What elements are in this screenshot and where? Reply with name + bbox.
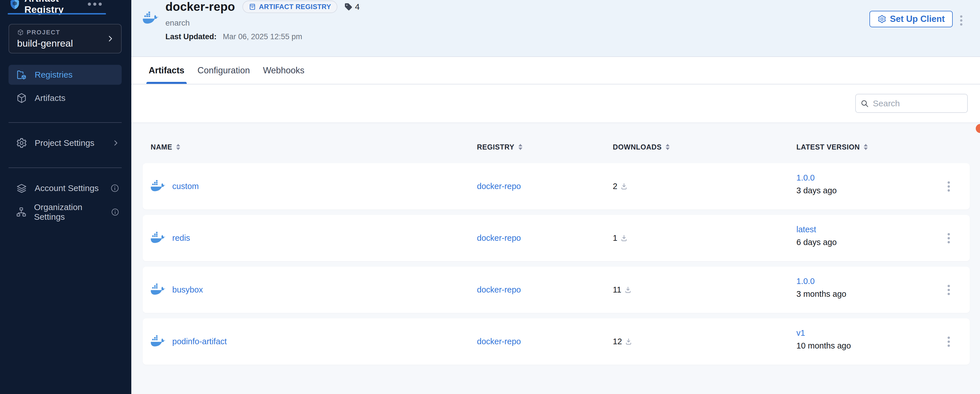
docker-whale-icon (151, 335, 166, 348)
tag-count-value: 4 (355, 2, 360, 12)
app-logo-row: Artifact Registry (0, 0, 131, 11)
version-age: 3 days ago (796, 186, 837, 195)
registry-link[interactable]: docker-repo (477, 285, 521, 295)
tab-webhooks[interactable]: Webhooks (263, 57, 304, 84)
tab-label: Webhooks (263, 65, 304, 76)
registry-link[interactable]: docker-repo (477, 337, 521, 346)
chevron-right-icon (112, 139, 119, 147)
repo-header: docker-repo ARTIFACT REGISTRY 4 enarch L… (131, 0, 980, 57)
downloads-count: 1 (613, 233, 617, 243)
logo-underline-divider (8, 13, 106, 14)
latest-version-link[interactable]: 1.0.0 (796, 277, 815, 286)
artifact-name-link[interactable]: redis (172, 233, 190, 243)
sidebar-item-label: Account Settings (35, 183, 99, 193)
column-header-registry[interactable]: REGISTRY (477, 143, 613, 151)
project-name: build-genreal (17, 38, 106, 49)
search-input[interactable] (873, 99, 963, 108)
table-row: podinfo-artifact docker-repo 12 v1 10 mo… (143, 318, 970, 365)
help-beacon-button[interactable] (976, 124, 980, 133)
sidebar-item-label: Project Settings (35, 138, 94, 148)
row-kebab-menu[interactable] (945, 179, 952, 194)
version-age: 3 months ago (796, 289, 846, 299)
app-logo-shield-icon (9, 0, 21, 11)
registry-link[interactable]: docker-repo (477, 182, 521, 191)
table-body: custom docker-repo 2 1.0.0 3 days ago (143, 163, 970, 365)
sort-arrows-icon (519, 144, 522, 150)
set-up-client-label: Set Up Client (890, 14, 945, 24)
row-kebab-menu[interactable] (945, 231, 952, 246)
artifact-name-link[interactable]: custom (172, 182, 199, 191)
tab-artifacts[interactable]: Artifacts (149, 57, 185, 84)
sidebar-nav: Registries Artifacts (8, 65, 122, 112)
column-header-latest-version[interactable]: LATEST VERSION (796, 143, 935, 151)
downloads-count: 11 (613, 285, 621, 295)
column-header-name[interactable]: NAME (151, 143, 477, 151)
download-icon (624, 286, 632, 294)
sidebar-overflow-menu-icon[interactable] (88, 3, 102, 6)
sort-arrows-icon (666, 144, 670, 150)
registry-type-badge: ARTIFACT REGISTRY (242, 0, 337, 13)
version-age: 10 months ago (796, 341, 851, 351)
table-toolbar (131, 85, 980, 122)
docker-whale-icon (143, 11, 159, 26)
page-title: docker-repo (165, 0, 235, 14)
artifact-name-link[interactable]: podinfo-artifact (172, 337, 227, 346)
sidebar-item-project-settings[interactable]: Project Settings (8, 133, 122, 153)
tab-label: Configuration (197, 65, 250, 76)
search-box[interactable] (855, 94, 968, 113)
table-row: custom docker-repo 2 1.0.0 3 days ago (143, 163, 970, 209)
info-icon[interactable] (110, 183, 119, 193)
gear-icon (877, 14, 886, 24)
tab-label: Artifacts (149, 65, 185, 76)
docker-whale-icon (151, 180, 166, 193)
download-icon (625, 338, 632, 345)
sidebar: Artifact Registry PROJECT build-genreal … (0, 0, 131, 394)
sidebar-item-artifacts[interactable]: Artifacts (8, 88, 122, 108)
set-up-client-button[interactable]: Set Up Client (869, 11, 953, 27)
download-icon (620, 182, 628, 190)
project-selector[interactable]: PROJECT build-genreal (8, 24, 122, 53)
project-label: PROJECT (27, 29, 60, 36)
sidebar-item-label: Artifacts (35, 93, 65, 103)
chevron-right-icon (106, 35, 114, 43)
table-header-row: NAME REGISTRY DOWNLOADS LATEST VERSION (143, 141, 970, 153)
table-row: busybox docker-repo 11 1.0.0 3 months ag… (143, 266, 970, 313)
row-kebab-menu[interactable] (945, 282, 952, 297)
info-icon[interactable] (111, 207, 119, 217)
sidebar-divider (8, 122, 122, 123)
latest-version-link[interactable]: v1 (796, 328, 805, 338)
tab-configuration[interactable]: Configuration (197, 57, 250, 84)
column-header-downloads[interactable]: DOWNLOADS (613, 143, 796, 151)
latest-version-link[interactable]: 1.0.0 (796, 173, 815, 182)
gear-icon (16, 137, 27, 149)
last-updated-value: Mar 06, 2025 12:55 pm (223, 32, 302, 41)
registry-type-badge-label: ARTIFACT REGISTRY (259, 3, 331, 11)
version-age: 6 days ago (796, 238, 837, 247)
sort-arrows-icon (176, 144, 180, 150)
sort-arrows-icon (864, 144, 868, 150)
docker-whale-icon (151, 232, 166, 245)
tag-icon (344, 3, 353, 11)
last-updated-label: Last Updated: (165, 32, 216, 41)
search-icon (860, 99, 869, 108)
header-kebab-menu[interactable] (958, 13, 965, 28)
registry-link[interactable]: docker-repo (477, 233, 521, 243)
sidebar-item-account-settings[interactable]: Account Settings (8, 178, 122, 198)
docker-whale-icon (151, 284, 166, 297)
tag-count: 4 (344, 2, 360, 12)
latest-version-link[interactable]: latest (796, 225, 816, 234)
downloads-count: 2 (613, 182, 617, 191)
downloads-count: 12 (613, 337, 622, 346)
row-kebab-menu[interactable] (945, 334, 952, 349)
artifact-name-link[interactable]: busybox (172, 285, 203, 295)
table-row: redis docker-repo 1 latest 6 days ago (143, 215, 970, 261)
sidebar-item-organization-settings[interactable]: Organization Settings (8, 202, 122, 222)
tab-bar: Artifacts Configuration Webhooks (131, 57, 980, 85)
sidebar-item-label: Organization Settings (34, 203, 111, 222)
layers-gear-icon (16, 182, 27, 194)
main-content: docker-repo ARTIFACT REGISTRY 4 enarch L… (131, 0, 980, 394)
sidebar-item-registries[interactable]: Registries (8, 65, 122, 85)
artifacts-table: NAME REGISTRY DOWNLOADS LATEST VERSION (131, 122, 980, 394)
sidebar-divider (8, 167, 122, 168)
registries-folder-package-icon (16, 69, 27, 80)
